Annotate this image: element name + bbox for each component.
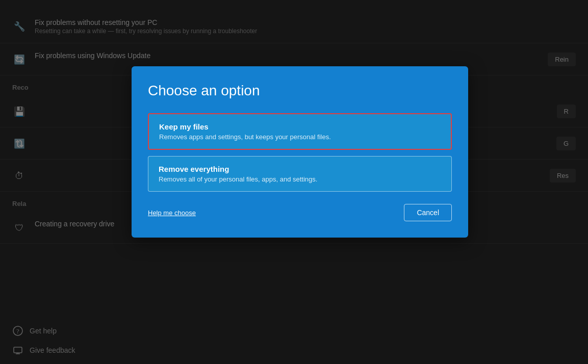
modal-footer: Help me choose Cancel (148, 204, 452, 221)
remove-everything-button[interactable]: Remove everything Removes all of your pe… (148, 156, 452, 192)
cancel-button[interactable]: Cancel (404, 204, 452, 221)
keep-files-button[interactable]: Keep my files Removes apps and settings,… (148, 113, 452, 150)
keep-files-title: Keep my files (159, 122, 441, 131)
keep-files-description: Removes apps and settings, but keeps you… (159, 133, 441, 141)
help-me-choose-link[interactable]: Help me choose (148, 209, 196, 217)
modal-title: Choose an option (148, 83, 452, 99)
reset-pc-modal: Choose an option Keep my files Removes a… (132, 66, 468, 238)
remove-everything-description: Removes all of your personal files, apps… (159, 175, 441, 183)
remove-everything-title: Remove everything (159, 165, 441, 173)
